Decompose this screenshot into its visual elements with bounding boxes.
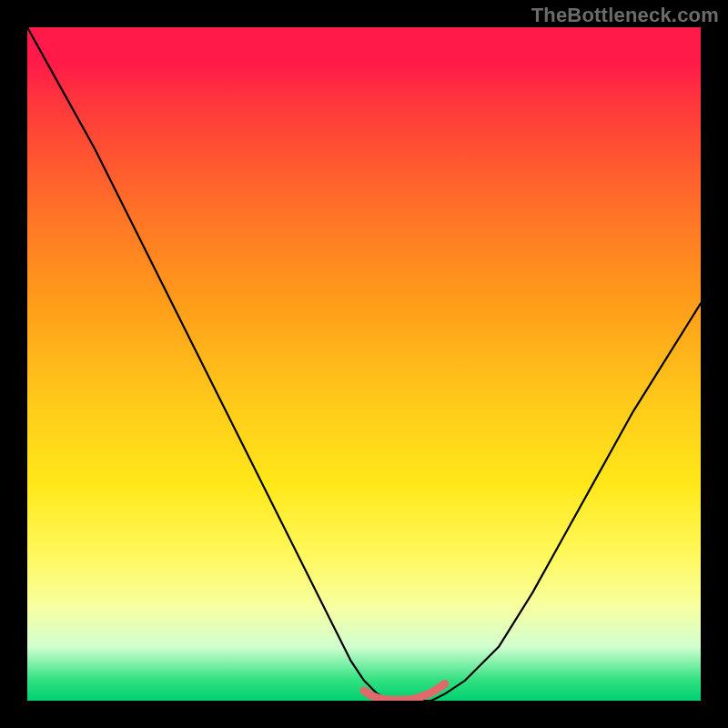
plot-gradient-background: [27, 27, 701, 701]
watermark-text: TheBottleneck.com: [531, 4, 719, 27]
chart-container: TheBottleneck.com: [0, 0, 728, 728]
